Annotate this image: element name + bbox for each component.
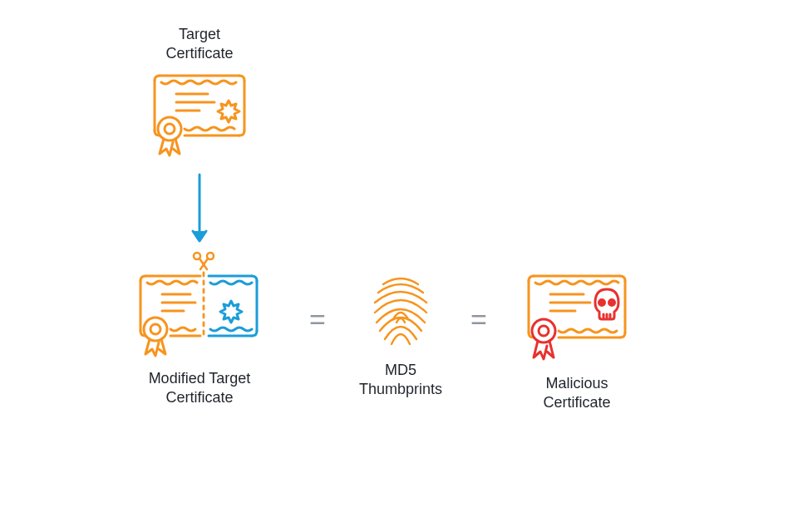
equals-sign-2: =	[470, 303, 487, 336]
arrow-down-icon	[190, 173, 209, 248]
md5-thumbprints: MD5 Thumbprints	[359, 271, 442, 398]
equals-sign-1: =	[309, 303, 326, 336]
svg-point-34	[609, 300, 615, 306]
target-certificate: Target Certificate	[150, 25, 249, 157]
svg-point-18	[144, 318, 167, 341]
md5-label: MD5 Thumbprints	[359, 361, 442, 398]
modified-certificate-label: Modified Target Certificate	[149, 369, 251, 406]
svg-point-19	[150, 324, 160, 334]
svg-point-31	[532, 319, 555, 342]
fingerprint-icon	[368, 271, 433, 349]
malicious-certificate-icon	[522, 269, 632, 362]
svg-point-7	[158, 117, 181, 140]
malicious-certificate-label: Malicious Certificate	[543, 374, 610, 411]
modified-certificate-icon	[135, 251, 264, 357]
svg-point-32	[539, 326, 549, 336]
svg-point-8	[165, 124, 175, 134]
down-arrow	[199, 173, 200, 231]
target-certificate-label: Target Certificate	[165, 25, 233, 62]
modified-target-certificate: Modified Target Certificate	[135, 251, 264, 406]
svg-point-33	[599, 300, 605, 306]
certificate-icon	[150, 71, 249, 157]
malicious-certificate: Malicious Certificate	[522, 269, 632, 411]
